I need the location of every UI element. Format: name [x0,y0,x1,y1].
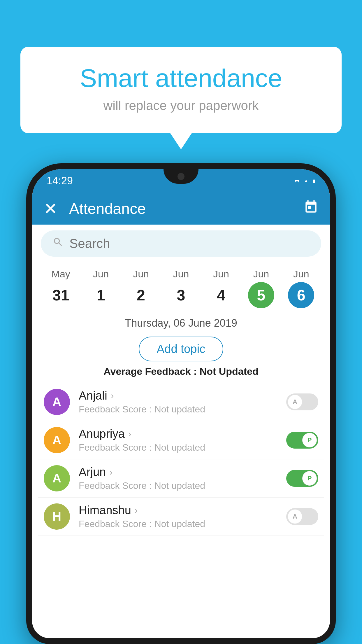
toggle-knob: A [288,509,302,524]
date-day[interactable]: 2 [128,282,154,308]
date-strip: May31Jun1Jun2Jun3Jun4Jun5Jun6 [32,262,330,308]
date-month: Jun [93,268,109,280]
attendance-toggle[interactable]: A [286,508,318,525]
feedback-score: Feedback Score : Not updated [79,442,286,453]
date-col[interactable]: Jun4 [208,268,234,308]
date-day[interactable]: 5 [248,282,274,308]
feedback-score: Feedback Score : Not updated [79,480,286,491]
list-item[interactable]: AAnupriya ›Feedback Score : Not updatedP [38,421,324,459]
date-col[interactable]: Jun1 [88,268,114,308]
date-day[interactable]: 31 [48,282,74,308]
date-month: Jun [213,268,229,280]
attendance-toggle[interactable]: P [286,432,318,449]
toggle-knob: P [302,471,317,486]
toggle-knob: A [288,395,302,409]
avatar: A [44,427,70,453]
bubble-subtitle: will replace your paperwork [44,98,318,113]
list-item[interactable]: AArjun ›Feedback Score : Not updatedP [38,459,324,498]
date-month: Jun [293,268,309,280]
battery-icon: ▮ [313,178,315,184]
bubble-title: Smart attendance [44,64,318,92]
student-name: Anjali › [79,389,286,402]
calendar-icon[interactable] [304,200,318,218]
toggle-knob: P [302,433,317,447]
student-name: Himanshu › [79,504,286,517]
close-button[interactable]: ✕ [44,199,57,218]
status-time: 14:29 [47,175,73,187]
avg-feedback-value: Not Updated [200,366,259,377]
add-topic-button[interactable]: Add topic [139,337,224,361]
signal-icon: ▲ [304,178,308,183]
date-day[interactable]: 1 [88,282,114,308]
student-info: Anupriya ›Feedback Score : Not updated [79,427,286,453]
status-icons: ▾▾ ▲ ▮ [295,178,315,184]
date-month: Jun [173,268,189,280]
list-item[interactable]: HHimanshu ›Feedback Score : Not updatedA [38,498,324,536]
app-bar: ✕ Attendance [32,192,330,225]
date-month: May [52,268,70,280]
date-col[interactable]: Jun2 [128,268,154,308]
attendance-toggle[interactable]: A [286,393,318,410]
avatar: A [44,465,70,491]
chevron-icon: › [128,428,131,439]
status-bar: 14:29 ▾▾ ▲ ▮ [32,169,330,192]
feedback-score: Feedback Score : Not updated [79,404,286,415]
speech-bubble-container: Smart attendance will replace your paper… [20,47,342,133]
avg-feedback-label: Average Feedback : [103,366,197,377]
chevron-icon: › [135,505,138,516]
avg-feedback: Average Feedback : Not Updated [32,366,330,377]
student-list: AAnjali ›Feedback Score : Not updatedAAA… [32,383,330,536]
chevron-icon: › [109,467,113,477]
student-info: Anjali ›Feedback Score : Not updated [79,389,286,415]
phone-inner: 14:29 ▾▾ ▲ ▮ ✕ Attendance [32,169,330,638]
date-col[interactable]: Jun5 [248,268,274,308]
avatar: H [44,503,70,530]
phone-frame: 14:29 ▾▾ ▲ ▮ ✕ Attendance [26,163,336,644]
student-name: Anupriya › [79,427,286,440]
feedback-score: Feedback Score : Not updated [79,519,286,529]
date-day[interactable]: 3 [168,282,194,308]
search-container[interactable] [41,230,321,257]
notch [164,169,198,184]
selected-date-label: Thursday, 06 June 2019 [32,314,330,332]
date-day[interactable]: 6 [288,282,314,308]
student-name: Arjun › [79,466,286,479]
camera-dot [178,173,184,180]
date-month: Jun [253,268,269,280]
search-icon [52,237,64,251]
list-item[interactable]: AAnjali ›Feedback Score : Not updatedA [38,383,324,421]
chevron-icon: › [111,390,114,401]
attendance-toggle[interactable]: P [286,470,318,487]
wifi-icon: ▾▾ [295,178,299,184]
date-col[interactable]: Jun3 [168,268,194,308]
student-info: Himanshu ›Feedback Score : Not updated [79,504,286,529]
avatar: A [44,389,70,415]
date-month: Jun [133,268,149,280]
date-col[interactable]: May31 [48,268,74,308]
app-bar-title: Attendance [69,200,304,217]
date-col[interactable]: Jun6 [288,268,314,308]
speech-bubble: Smart attendance will replace your paper… [20,47,342,133]
student-info: Arjun ›Feedback Score : Not updated [79,466,286,491]
date-day[interactable]: 4 [208,282,234,308]
search-input[interactable] [69,236,310,251]
